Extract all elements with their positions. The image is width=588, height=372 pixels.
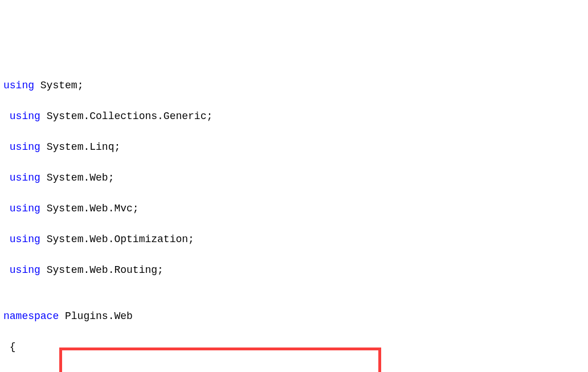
code-line: { xyxy=(0,340,588,355)
keyword-using: using xyxy=(10,111,40,122)
keyword-using: using xyxy=(10,264,40,276)
code-line: using System.Web; xyxy=(0,170,588,186)
keyword-using: using xyxy=(10,234,40,245)
code-line: using System; xyxy=(0,78,588,93)
code-line: using System.Web.Mvc; xyxy=(0,201,588,216)
code-editor: using System; using System.Collections.G… xyxy=(0,62,588,372)
keyword-using: using xyxy=(10,141,40,153)
code-line: using System.Linq; xyxy=(0,140,588,155)
keyword-using: using xyxy=(10,203,40,214)
keyword-namespace: namespace xyxy=(3,310,59,322)
keyword-using: using xyxy=(3,80,34,91)
keyword-using: using xyxy=(10,172,40,183)
code-line: using System.Collections.Generic; xyxy=(0,109,588,124)
code-line: using System.Web.Routing; xyxy=(0,263,588,278)
code-line: namespace Plugins.Web xyxy=(0,309,588,324)
code-line: using System.Web.Optimization; xyxy=(0,232,588,247)
